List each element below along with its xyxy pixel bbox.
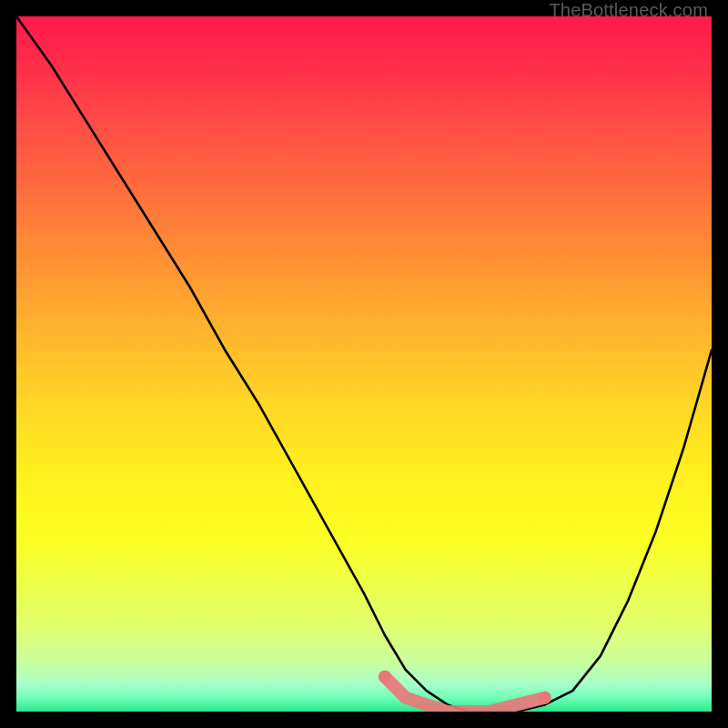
chart-plot-area bbox=[16, 16, 712, 712]
bottleneck-curve bbox=[16, 16, 712, 712]
optimal-band-cap bbox=[539, 692, 551, 704]
chart-frame: TheBottleneck.com bbox=[0, 0, 728, 728]
optimal-band-cap bbox=[379, 671, 391, 683]
optimal-band bbox=[385, 677, 545, 712]
chart-svg bbox=[16, 16, 712, 712]
